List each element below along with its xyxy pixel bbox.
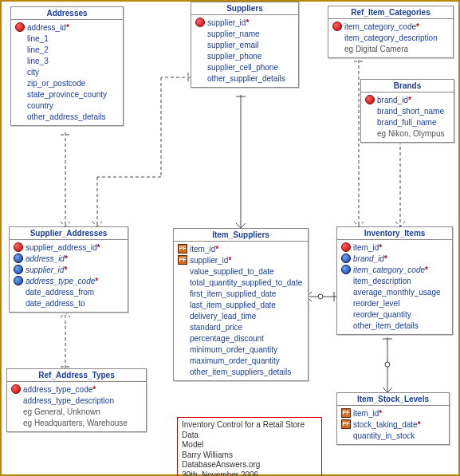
note-box: Inventory Control for a Retail Store Dat… [177,417,322,476]
table-brands[interactable]: Brands brand_id*brand_short_namebrand_fu… [360,79,454,143]
field-row: standard_price [177,321,305,332]
field-name: eg Nikon, Olympus [377,129,444,138]
field-row: reorder_level [340,297,449,309]
field-row: other_address_details [14,111,120,122]
field-name: other_supplier_details [207,74,285,83]
field-row: eg Nikon, Olympus [364,128,450,139]
field-row: state_province_county [14,89,120,100]
note-line: DatabaseAnswers.org [182,460,317,470]
table-item-suppliers[interactable]: Item_Suppliers PFitem_id*PFsupplier_id*v… [173,228,309,381]
field-row: eg Headquarters, Warehouse [10,417,143,428]
field-name: percentage_discount [190,334,264,343]
field-row: reorder_quantity [340,309,449,320]
table-ref-address-types[interactable]: Ref_Address_Types address_type_code*addr… [6,368,147,432]
pk-icon [332,22,343,31]
field-name: last_item_supplied_date [190,301,276,309]
field-name: item_id [353,243,379,252]
pk-icon [364,95,375,104]
pf-icon: PF [177,244,188,254]
table-body-addresses: address_id*line_1line_2line_3cityzip_or_… [11,20,123,125]
pf-icon: PF [340,408,352,418]
field-name: supplier_email [207,41,258,49]
field-row: brand_short_name [364,105,450,116]
field-row: address_id* [13,253,124,264]
note-line: 30th. November 2006 [182,470,317,477]
field-row: line_3 [14,55,120,66]
field-name: address_id [26,254,65,263]
field-row: brand_id* [340,253,449,264]
fk-icon [340,254,352,263]
field-name: supplier_phone [207,52,261,61]
field-name: eg General, Unknown [23,407,100,416]
field-row: zip_or_postcode [14,77,120,89]
pk-icon [195,18,206,27]
table-ref-item-categories[interactable]: Ref_Item_Categories item_category_code*i… [328,6,454,58]
field-row: country [14,100,120,111]
table-suppliers[interactable]: Suppliers supplier_id*supplier_namesuppl… [191,2,299,88]
field-name: stock_taking_date [353,420,418,429]
required-star-icon: * [384,254,387,263]
field-row: address_type_code* [13,275,124,286]
field-row: other_item_details [340,320,449,331]
field-name: other_address_details [27,112,105,121]
table-title: Ref_Address_Types [7,369,146,382]
field-name: other_item_details [353,321,419,330]
svg-point-15 [318,294,323,299]
field-row: supplier_address_id* [13,242,124,253]
field-name: supplier_id [207,18,246,27]
table-title: Suppliers [191,2,298,15]
field-row: average_monthly_usage [340,286,449,297]
pk-icon [13,242,24,252]
field-row: address_type_code* [10,384,143,395]
field-name: other_item_suppliers_details [190,368,291,376]
fk-icon [13,265,24,274]
field-row: maximum_order_quantity [177,355,305,366]
field-name: item_category_description [344,33,438,42]
required-star-icon: * [64,266,67,274]
table-inventory-items[interactable]: Inventory_Items item_id*brand_id*item_ca… [336,226,453,335]
field-row: last_item_supplied_date [177,299,305,310]
table-title: Inventory_Items [337,227,452,240]
table-item-stock-levels[interactable]: Item_Stock_Levels PFitem_id*PFstock_taki… [336,392,450,445]
field-name: item_description [353,277,411,285]
field-row: date_address_to [13,297,124,309]
field-row: brand_id* [364,94,450,105]
field-row: line_2 [14,44,120,55]
field-name: item_id [353,409,379,418]
field-row: supplier_id* [195,17,295,28]
field-name: supplier_id [190,256,228,265]
table-body-suppliers: supplier_id*supplier_namesupplier_emails… [191,15,298,87]
field-row: PFsupplier_id* [177,254,305,266]
field-name: brand_id [353,254,384,263]
field-name: average_monthly_usage [353,288,441,297]
note-line: Inventory Control for a Retail Store Dat… [182,420,317,440]
note-line: Barry Williams [182,450,317,461]
field-name: delivery_lead_time [190,312,256,321]
field-name: first_item_supplied_date [190,289,276,298]
required-star-icon: * [246,18,249,27]
field-name: address_type_code [23,385,92,394]
field-row: quantity_in_stock [340,430,446,441]
svg-point-18 [385,362,390,367]
table-title: Ref_Item_Categories [328,6,453,19]
field-name: supplier_name [207,30,260,38]
field-name: line_3 [27,57,49,65]
field-row: other_supplier_details [195,73,295,84]
table-body-item_stock_levels: PFitem_id*PFstock_taking_date*quantity_i… [337,406,449,444]
field-name: supplier_cell_phone [207,63,278,72]
field-row: PFstock_taking_date* [340,419,446,430]
required-star-icon: * [416,22,419,31]
fk-icon [13,254,24,263]
table-addresses[interactable]: Addresses address_id*line_1line_2line_3c… [10,6,124,126]
required-star-icon: * [66,23,69,32]
field-name: date_address_to [26,299,85,308]
pf-icon: PF [177,255,188,265]
table-body-ref_address_types: address_type_code*address_type_descripti… [7,382,146,431]
field-row: percentage_discount [177,332,305,344]
required-star-icon: * [418,420,421,429]
field-row: first_item_supplied_date [177,288,305,299]
table-supplier-addresses[interactable]: Supplier_Addresses supplier_address_id*a… [9,226,128,313]
field-row: brand_full_name [364,116,450,128]
field-row: address_type_description [10,395,143,406]
field-name: reorder_quantity [353,310,411,319]
